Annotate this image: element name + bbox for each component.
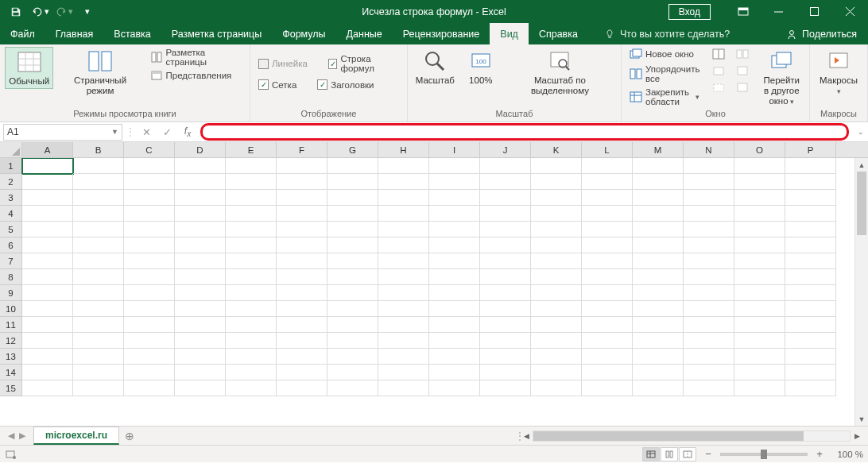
cell[interactable] [124,365,175,380]
cell[interactable] [785,285,836,301]
tab-view[interactable]: Вид [490,23,529,44]
cell[interactable] [785,190,836,206]
cell[interactable] [633,349,684,365]
cell[interactable] [226,317,277,333]
scroll-right-button[interactable]: ▶ [851,432,863,440]
cell[interactable] [175,190,226,206]
horizontal-scrollbar[interactable] [533,430,851,442]
cell[interactable] [175,237,226,253]
row-header[interactable]: 9 [0,285,22,301]
signin-button[interactable]: Вход [668,4,711,20]
tab-home[interactable]: Главная [45,23,104,44]
cell[interactable] [226,206,277,222]
view-side-button[interactable] [733,47,752,61]
column-header[interactable]: I [429,142,480,157]
cell[interactable] [378,190,429,206]
cell[interactable] [124,269,175,285]
cell[interactable] [277,285,327,301]
zoom-selection-button[interactable]: Масштаб по выделенному [504,47,616,98]
cell[interactable] [734,158,785,174]
cell[interactable] [785,301,836,317]
zoom-button[interactable]: Масштаб [413,47,458,87]
page-layout-view-button[interactable]: Разметка страницы [147,47,245,68]
column-header[interactable]: O [734,142,785,157]
cell[interactable] [429,158,480,174]
cell[interactable] [734,317,785,333]
cell[interactable] [785,333,836,349]
cell[interactable] [684,269,734,285]
cell[interactable] [277,269,327,285]
cell[interactable] [531,285,582,301]
cell[interactable] [277,190,327,206]
cell[interactable] [684,206,734,222]
cell[interactable] [378,253,429,269]
scroll-up-button[interactable]: ▲ [855,158,868,172]
cell[interactable] [175,380,226,396]
tab-page-layout[interactable]: Разметка страницы [161,23,272,44]
cell[interactable] [73,190,124,206]
cell[interactable] [124,317,175,333]
cell[interactable] [633,317,684,333]
zoom-100-button[interactable]: 100 100% [461,47,501,87]
cell[interactable] [226,301,277,317]
switch-windows-button[interactable]: Перейти в другое окно ▾ [758,47,804,109]
tab-file[interactable]: Файл [0,23,45,44]
cell[interactable] [22,253,73,269]
cell[interactable] [327,365,378,380]
cell[interactable] [378,158,429,174]
cell[interactable] [124,174,175,190]
cell[interactable] [73,253,124,269]
cell[interactable] [684,253,734,269]
cell[interactable] [429,380,480,396]
qat-customize-button[interactable]: ▾ [76,2,99,21]
cell[interactable] [734,237,785,253]
cell[interactable] [378,222,429,237]
cell[interactable] [480,349,531,365]
cell[interactable] [73,222,124,237]
cell[interactable] [633,158,684,174]
cell[interactable] [480,190,531,206]
cell[interactable] [582,190,633,206]
cell[interactable] [327,222,378,237]
cell[interactable] [531,269,582,285]
zoom-slider-handle[interactable] [761,450,767,459]
new-window-button[interactable]: Новое окно [626,47,703,61]
cell[interactable] [582,301,633,317]
cell[interactable] [480,222,531,237]
redo-button[interactable]: ▾ [52,2,75,21]
cell[interactable] [480,285,531,301]
freeze-panes-button[interactable]: Закрепить области▾ [626,87,703,107]
cell[interactable] [327,349,378,365]
zoom-out-button[interactable]: − [703,448,714,460]
cell[interactable] [378,174,429,190]
select-all-button[interactable] [0,142,22,157]
column-header[interactable]: P [785,142,836,157]
cell[interactable] [378,317,429,333]
cell[interactable] [327,301,378,317]
cell[interactable] [734,349,785,365]
scroll-down-button[interactable]: ▼ [855,412,868,426]
ribbon-display-options-button[interactable] [725,0,761,23]
cell[interactable] [429,301,480,317]
page-break-view-button[interactable]: Страничный режим [56,47,143,98]
cell[interactable] [429,206,480,222]
cell[interactable] [73,301,124,317]
cell[interactable] [633,269,684,285]
headings-checkbox[interactable]: ✓Заголовки [314,79,377,91]
row-header[interactable]: 3 [0,190,22,206]
cell[interactable] [480,301,531,317]
cell[interactable] [22,317,73,333]
page-layout-status-button[interactable] [661,447,678,461]
normal-view-button[interactable]: Обычный [5,47,53,89]
cell[interactable] [22,380,73,396]
cell[interactable] [226,365,277,380]
cell[interactable] [785,269,836,285]
cell[interactable] [73,206,124,222]
cell[interactable] [734,190,785,206]
cell[interactable] [226,269,277,285]
cell[interactable] [582,222,633,237]
cell[interactable] [175,285,226,301]
cell[interactable] [22,301,73,317]
cell[interactable] [785,317,836,333]
cell[interactable] [582,365,633,380]
